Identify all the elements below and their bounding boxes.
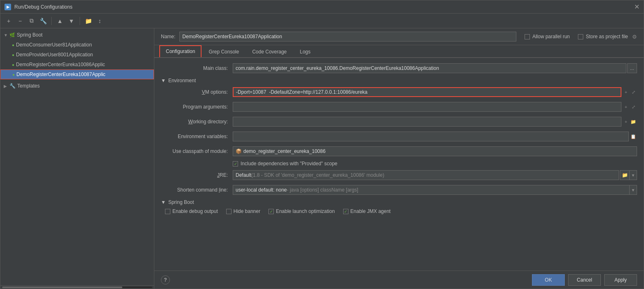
copy-button[interactable]: ⧉ <box>27 16 37 26</box>
down-button[interactable]: ▼ <box>66 16 76 26</box>
main-class-browse-btn[interactable]: ... <box>627 63 637 73</box>
jre-default-text: Default <box>236 172 251 178</box>
add-button[interactable]: + <box>4 16 14 26</box>
env-vars-row: Environment variables: 📋 <box>161 131 637 142</box>
config-content: Main class: ... ▼ Environment VM options… <box>154 58 644 271</box>
shorten-dropdown-arrow[interactable]: ▼ <box>630 185 637 195</box>
tree-item-provider[interactable]: ● DemoProviderUser8001Application <box>0 50 154 60</box>
wrench-button[interactable]: 🔧 <box>38 16 48 26</box>
tree-item-consumer[interactable]: ● DemoConsumerUser81Application <box>0 40 154 50</box>
enable-launch-label: Enable launch optimization <box>276 208 335 214</box>
apply-button[interactable]: Apply <box>604 274 637 286</box>
allow-parallel-row: Allow parallel run <box>525 34 570 39</box>
tab-configuration[interactable]: Configuration <box>159 45 202 57</box>
spring-boot-section: ▼ Spring Boot Enable debug output Hide b… <box>161 199 637 214</box>
include-dep-checkbox[interactable]: ✓ <box>233 161 238 166</box>
shorten-cmd-label: Shorten command line: <box>161 187 233 193</box>
jre-dropdown-arrow[interactable]: ▼ <box>630 170 637 180</box>
app-icon-2: ● <box>12 62 14 67</box>
program-args-add-icon[interactable]: + <box>622 103 630 111</box>
env-vars-edit-icon[interactable]: 📋 <box>630 133 637 140</box>
shorten-value: user-local default: none <box>236 187 287 193</box>
vm-options-input[interactable] <box>233 87 621 97</box>
enable-debug-checkbox[interactable] <box>165 209 170 214</box>
spring-arrow[interactable]: ▼ <box>161 199 166 205</box>
allow-parallel-checkbox[interactable] <box>525 34 530 39</box>
horizontal-scrollbar[interactable] <box>0 285 154 289</box>
sort-button[interactable]: ↕ <box>95 16 105 26</box>
tree-provider-label: DemoProviderUser8001Application <box>16 52 93 58</box>
enable-jmx-item: ✓ Enable JMX agent <box>343 208 391 214</box>
working-dir-row: Working directory: + 📁 <box>161 116 637 127</box>
tabs-row: Configuration Grep Console Code Coverage… <box>154 45 644 58</box>
classpath-module-icon: 📦 <box>236 148 242 154</box>
program-args-label: Program arguments: <box>161 104 233 110</box>
hide-banner-checkbox[interactable] <box>226 209 231 214</box>
env-section-arrow[interactable]: ▼ <box>161 78 166 83</box>
store-project-checkbox[interactable] <box>578 34 583 39</box>
tree-item-eureka10087[interactable]: ● DemoRegisterCenterEureka10087Applic <box>0 69 154 79</box>
gear-icon[interactable]: ⚙ <box>632 34 637 40</box>
enable-jmx-label: Enable JMX agent <box>351 208 391 214</box>
store-project-row: Store as project file ⚙ <box>578 34 637 40</box>
env-vars-input[interactable] <box>233 132 629 141</box>
spring-boot-header: ▼ Spring Boot <box>161 199 637 205</box>
main-content: ▼ 🌿 Spring Boot ● DemoConsumerUser81Appl… <box>0 28 644 289</box>
tree-templates[interactable]: ▶ 🔧 Templates <box>0 81 154 91</box>
folder-button[interactable]: 📁 <box>83 16 93 26</box>
vm-options-add-icon[interactable]: + <box>622 88 630 96</box>
enable-launch-checkbox[interactable]: ✓ <box>268 209 274 214</box>
ok-button[interactable]: OK <box>532 274 565 286</box>
program-args-expand-icon[interactable]: ⤢ <box>630 103 637 111</box>
classpath-display: 📦 demo_register_center_eureka_10086 <box>233 146 637 156</box>
spring-icon: 🌿 <box>9 32 15 38</box>
working-dir-label: Working directory: <box>161 119 233 125</box>
name-input[interactable] <box>179 32 516 42</box>
tree-expand-arrow: ▼ <box>4 33 9 37</box>
cancel-button[interactable]: Cancel <box>568 274 601 286</box>
enable-launch-item: ✓ Enable launch optimization <box>268 208 335 214</box>
run-debug-dialog: ▶ Run/Debug Configurations ✕ + − ⧉ 🔧 ▲ ▼… <box>0 0 644 289</box>
help-button[interactable]: ? <box>161 275 170 284</box>
include-dep-row: ✓ Include dependencies with "Provided" s… <box>161 161 637 166</box>
jre-browse-btn[interactable]: 📁 <box>620 170 630 180</box>
title-bar-text: Run/Debug Configurations <box>14 4 634 10</box>
tree-springboot-group[interactable]: ▼ 🌿 Spring Boot <box>0 30 154 40</box>
tab-logs[interactable]: Logs <box>294 46 317 57</box>
bottom-bar: ? OK Cancel Apply <box>154 271 644 289</box>
vm-options-expand-icon[interactable]: ⤢ <box>630 88 637 96</box>
name-row: Name: Allow parallel run Store as projec… <box>154 28 644 45</box>
env-vars-actions: 📋 <box>630 133 637 140</box>
working-dir-actions: + 📁 <box>622 118 637 125</box>
tree-springboot-label: Spring Boot <box>17 32 43 38</box>
hide-banner-label: Hide banner <box>234 208 260 214</box>
up-button[interactable]: ▲ <box>55 16 65 26</box>
tab-grep-console[interactable]: Grep Console <box>202 46 245 57</box>
jre-select-area: Default (1.8 - SDK of 'demo_register_cen… <box>233 170 637 180</box>
program-args-input[interactable] <box>233 102 621 112</box>
main-class-input[interactable] <box>233 63 626 73</box>
tree-templates-label: Templates <box>17 83 40 89</box>
tree-consumer-label: DemoConsumerUser81Application <box>16 42 92 48</box>
toolbar-separator-2 <box>80 17 80 25</box>
enable-jmx-checkbox[interactable]: ✓ <box>343 209 348 214</box>
program-args-row: Program arguments: + ⤢ <box>161 102 637 112</box>
vm-options-label: VM options: <box>161 89 233 95</box>
vm-options-actions: + ⤢ <box>622 88 637 96</box>
bottom-buttons: OK Cancel Apply <box>532 274 637 286</box>
working-dir-input[interactable] <box>233 117 621 127</box>
name-label: Name: <box>161 34 175 39</box>
app-icon-1: ● <box>12 53 14 57</box>
right-panel: Name: Allow parallel run Store as projec… <box>154 28 644 289</box>
working-dir-add-icon[interactable]: + <box>622 118 630 125</box>
vm-options-row: VM options: + ⤢ <box>161 87 637 97</box>
jre-label: JRE: <box>161 172 233 178</box>
environment-section-header: ▼ Environment <box>161 78 637 83</box>
tab-code-coverage[interactable]: Code Coverage <box>246 46 293 57</box>
tree-item-eureka10086[interactable]: ● DemoRegisterCenterEureka10086Applic <box>0 60 154 69</box>
close-button[interactable]: ✕ <box>634 4 639 10</box>
dialog-icon: ▶ <box>5 4 11 10</box>
env-vars-label: Environment variables: <box>161 134 233 139</box>
working-dir-folder-icon[interactable]: 📁 <box>630 118 637 125</box>
remove-button[interactable]: − <box>15 16 25 26</box>
